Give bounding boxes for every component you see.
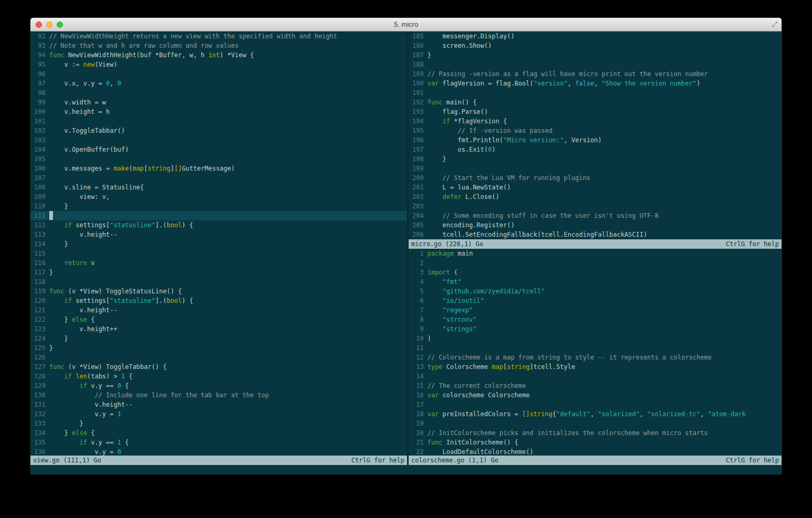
code-line[interactable]: 102 v.ToggleTabbar() [30, 126, 407, 135]
code-line[interactable]: 112 if settings["statusline"].(bool) { [30, 220, 407, 230]
code-line[interactable]: 128 if len(tabs) > 1 { [30, 372, 407, 381]
code-line[interactable]: 106 v.messages = make(map[string][]Gutte… [30, 164, 407, 173]
code-line[interactable]: 113 v.height-- [30, 230, 407, 239]
code-line[interactable]: 97 v.x, v.y = 0, 0 [30, 79, 407, 88]
code-line[interactable]: 5 "github.com/zyedidia/tcell" [409, 287, 782, 296]
line-number: 126 [34, 354, 46, 361]
fullscreen-icon[interactable]: ⤢ [772, 20, 777, 28]
code-line[interactable]: 18var preInstalledColors = []string{"def… [409, 409, 782, 419]
code-line[interactable]: 127func (v *View) ToggleTabbar() { [30, 362, 407, 372]
code-line[interactable]: 9 "strings" [409, 324, 782, 334]
code-line[interactable]: 200 // Start the Lua VM for running plug… [409, 173, 782, 183]
code-line[interactable]: 190var flagVersion = flag.Bool("version"… [409, 79, 782, 88]
code-area-micro-go[interactable]: 185 messenger.Display()186 screen.Show()… [409, 31, 782, 239]
code-line[interactable]: 198 } [409, 154, 782, 164]
code-line[interactable]: 96 [30, 69, 407, 79]
code-line[interactable]: 193 flag.Parse() [409, 107, 782, 117]
code-line[interactable]: 109 view: v, [30, 192, 407, 202]
code-line[interactable]: 116 return v [30, 258, 407, 268]
close-button[interactable] [36, 22, 42, 28]
code-line[interactable]: 103 [30, 135, 407, 145]
code-line[interactable]: 98 [30, 88, 407, 98]
code-line[interactable]: 94func NewViewWidthHeight(buf *Buffer, w… [30, 50, 407, 60]
code-line[interactable]: 19 [409, 419, 782, 428]
code-line[interactable]: 118 [30, 277, 407, 287]
code-line[interactable]: 129 if v.y == 0 { [30, 381, 407, 390]
code-line[interactable]: 122 } else { [30, 315, 407, 324]
code-line[interactable]: 185 messenger.Display() [409, 31, 782, 41]
code-line[interactable]: 100 v.height = h [30, 107, 407, 117]
code-line[interactable]: 21func InitColorscheme() { [409, 438, 782, 447]
code-line[interactable]: 16var colorscheme Colorscheme [409, 390, 782, 400]
code-line[interactable]: 10) [409, 334, 782, 343]
code-line[interactable]: 119func (v *View) ToggleStatusLine() { [30, 287, 407, 296]
code-line[interactable]: 203 [409, 202, 782, 211]
code-line[interactable]: 192func main() { [409, 98, 782, 107]
code-area-view-go[interactable]: 92// NewViewWidthHeight returns a new vi… [30, 31, 407, 456]
code-line[interactable]: 111 [30, 211, 407, 220]
code-line[interactable]: 124 } [30, 334, 407, 343]
code-line[interactable]: 199 [409, 164, 782, 173]
code-line[interactable]: 17 [409, 400, 782, 409]
code-line[interactable]: 99 v.width = w [30, 98, 407, 107]
code-line[interactable]: 1package main [409, 249, 782, 258]
code-line[interactable]: 133 } [30, 419, 407, 428]
code-line[interactable]: 197 os.Exit(0) [409, 145, 782, 154]
code-line[interactable]: 7 "regexp" [409, 305, 782, 315]
code-line[interactable]: 104 v.OpenBuffer(buf) [30, 145, 407, 154]
code-line[interactable]: 201 L = lua.NewState() [409, 183, 782, 192]
code-line[interactable]: 130 // Include one line for the tab bar … [30, 390, 407, 400]
code-line[interactable]: 22 LoadDefaultColorscheme() [409, 447, 782, 456]
code-line[interactable]: 117} [30, 268, 407, 277]
code-line[interactable]: 186 screen.Show() [409, 41, 782, 50]
code-line[interactable]: 204 // Some encoding stuff in case the u… [409, 211, 782, 220]
code-line[interactable]: 20// InitColorscheme picks and initializ… [409, 428, 782, 438]
code-line[interactable]: 123 v.height++ [30, 324, 407, 334]
code-line[interactable]: 202 defer L.Close() [409, 192, 782, 202]
code-line[interactable]: 120 if settings["statusline"].(bool) { [30, 296, 407, 305]
code-line[interactable]: 6 "io/ioutil" [409, 296, 782, 305]
code-line[interactable]: 3import ( [409, 268, 782, 277]
code-line[interactable]: 110 } [30, 202, 407, 211]
minimize-button[interactable] [46, 22, 52, 28]
code-line[interactable]: 14 [409, 372, 782, 381]
code-line[interactable]: 101 [30, 117, 407, 126]
code-line[interactable]: 195 // If -version was passed [409, 126, 782, 135]
code-area-colorscheme-go[interactable]: 1package main 2 3import ( 4 "fmt" 5 "git… [409, 249, 782, 456]
code-line[interactable]: 189// Passing -version as a flag will ha… [409, 69, 782, 79]
code-line[interactable]: 15// The current colorscheme [409, 381, 782, 390]
code-line[interactable]: 2 [409, 258, 782, 268]
code-line[interactable]: 187} [409, 50, 782, 60]
code-line[interactable]: 4 "fmt" [409, 277, 782, 287]
code-line[interactable]: 191 [409, 88, 782, 98]
code-line[interactable]: 135 if v.y == 1 { [30, 438, 407, 447]
code-line[interactable]: 205 encoding.Register() [409, 220, 782, 230]
code-line[interactable]: 194 if *flagVersion { [409, 117, 782, 126]
code-line[interactable]: 95 v := new(View) [30, 60, 407, 69]
window-titlebar[interactable]: 5. micro ⤢ [30, 18, 782, 31]
code-line[interactable]: 114 } [30, 239, 407, 249]
code-line[interactable]: 125} [30, 343, 407, 353]
code-line[interactable]: 8 "strconv" [409, 315, 782, 324]
code-line[interactable]: 188 [409, 60, 782, 69]
code-line[interactable]: 108 v.sline = Statusline{ [30, 183, 407, 192]
code-line[interactable]: 136 v.y = 0 [30, 447, 407, 456]
code-line[interactable]: 196 fmt.Println("Micro version:", Versio… [409, 135, 782, 145]
code-line[interactable]: 134 } else { [30, 428, 407, 438]
code-line[interactable]: 11 [409, 343, 782, 353]
code-line[interactable]: 93// Note that w and h are raw column an… [30, 41, 407, 50]
code-line[interactable]: 92// NewViewWidthHeight returns a new vi… [30, 31, 407, 41]
code-line[interactable]: 12// Colorscheme is a map from string to… [409, 353, 782, 362]
zoom-button[interactable] [57, 22, 63, 28]
code-line[interactable]: 206 tcell.SetEncodingFallback(tcell.Enco… [409, 230, 782, 239]
code-line[interactable]: 107 [30, 173, 407, 183]
code-line[interactable]: 13type Colorscheme map[string]tcell.Styl… [409, 362, 782, 372]
code-line[interactable]: 132 v.y = 1 [30, 409, 407, 419]
line-number: 193 [412, 108, 424, 115]
command-message-line[interactable] [30, 465, 782, 474]
code-line[interactable]: 105 [30, 154, 407, 164]
code-line[interactable]: 115 [30, 249, 407, 258]
code-line[interactable]: 126 [30, 353, 407, 362]
code-line[interactable]: 121 v.height-- [30, 305, 407, 315]
code-line[interactable]: 131 v.height-- [30, 400, 407, 409]
